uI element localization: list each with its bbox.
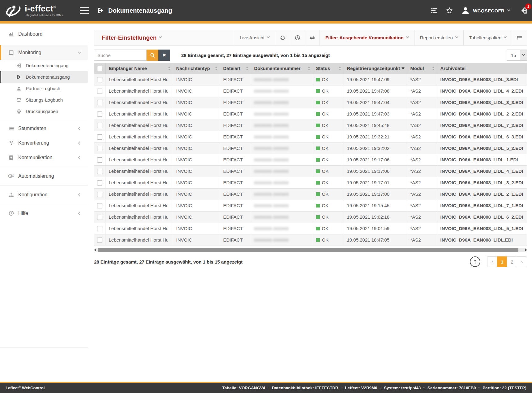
search-button[interactable] [147,50,158,61]
clock-icon[interactable] [290,30,305,45]
sidebar-item-label: Konvertierung [18,140,49,146]
sidebar-item-dokumenteneingang[interactable]: Dokumenteneingang [0,60,88,71]
sort-icon[interactable] [308,67,310,70]
row-checkbox[interactable] [97,77,102,82]
table-row[interactable]: Lebensmittelhandel Horst Hu INVOIC EDIFA… [94,154,527,165]
column-header-modul[interactable]: Modul [407,63,437,74]
table-row[interactable]: Lebensmittelhandel Horst Hu INVOIC EDIFA… [94,131,527,142]
row-checkbox-cell [94,223,105,234]
footer-separator: :: [377,386,384,390]
row-checkbox[interactable] [97,238,102,243]
sidebar-item-label: Dokumenteneingang [26,63,68,68]
table-row[interactable]: Lebensmittelhandel Horst Hu INVOIC EDIFA… [94,120,527,131]
row-checkbox[interactable] [97,146,102,151]
scroll-left-arrow[interactable] [94,248,96,251]
table-row[interactable]: Lebensmittelhandel Horst Hu INVOIC EDIFA… [94,97,527,108]
row-checkbox[interactable] [97,111,102,117]
status-ok-icon [316,101,320,104]
live-view-button[interactable]: Live Ansicht [234,30,275,45]
cell-dateiart: EDIFACT [220,142,251,154]
table-row[interactable]: Lebensmittelhandel Horst Hu INVOIC EDIFA… [94,108,527,120]
sidebar-item-monitoring[interactable]: Monitoring [0,45,88,60]
page-size-select[interactable]: 15 [507,50,527,61]
sort-icon[interactable] [432,67,435,70]
table-row[interactable]: Lebensmittelhandel Horst Hu INVOIC EDIFA… [94,188,527,200]
row-checkbox[interactable] [97,180,102,186]
column-header-dateiart[interactable]: Dateiart [220,63,251,74]
row-checkbox[interactable] [97,203,102,208]
notification-badge[interactable]: 1 [525,3,531,10]
sidebar-item-automatisierung[interactable]: ⚙⚙Automatisierung [0,169,88,183]
sidebar-item-druckausgaben[interactable]: Druckausgaben [0,106,88,117]
repeat-icon[interactable] [305,30,320,45]
table-row[interactable]: Lebensmittelhandel Horst Hu INVOIC EDIFA… [94,211,527,223]
page-button-2[interactable]: 2 [507,256,517,267]
column-header-empfaenger[interactable]: Empfänger Name [105,63,173,74]
chevron-left-icon [78,141,81,145]
row-checkbox[interactable] [97,134,102,140]
row-checkbox[interactable] [97,157,102,163]
sidebar-item-dokumentenausgang[interactable]: Dokumentenausgang [0,71,88,83]
footer-segment: System: testfp:443 [384,386,421,390]
table-row[interactable]: Lebensmittelhandel Horst Hu INVOIC EDIFA… [94,200,527,211]
table-row[interactable]: Lebensmittelhandel Horst Hu INVOIC EDIFA… [94,85,527,97]
active-filter-button[interactable]: Filter: Ausgehende Kommunikation [320,30,414,45]
refresh-icon[interactable] [275,30,290,45]
column-header-status[interactable]: Status [313,63,344,74]
column-header-typ[interactable]: Nachrichtentyp [173,63,220,74]
column-label: Archivdatei [440,66,466,71]
row-checkbox[interactable] [97,215,102,220]
sort-icon[interactable] [339,67,341,70]
column-label: Dateiart [223,66,241,71]
clear-search-button[interactable]: ✖ [158,50,170,61]
table-row[interactable]: Lebensmittelhandel Horst Hu INVOIC EDIFA… [94,165,527,177]
sidebar-item-sitzungs-logbuch[interactable]: Sitzungs-Logbuch [0,94,88,106]
sort-icon[interactable] [401,67,405,69]
server-icon[interactable] [431,7,438,14]
sidebar-item-konvertierung[interactable]: Konvertierung [0,136,88,150]
select-all-checkbox[interactable] [97,66,102,71]
sidebar-item-partner-logbuch[interactable]: Partner-Logbuch [0,83,88,94]
sidebar-item-dashboard[interactable]: Dashboard [0,27,88,41]
sidebar-item-konfiguration[interactable]: Konfiguration [0,187,88,202]
filter-settings-button[interactable]: Filter-Einstellungen [94,30,234,45]
sort-icon[interactable] [246,67,248,70]
column-label: Status [316,66,330,71]
row-checkbox[interactable] [97,226,102,231]
cell-modul: *AS2 [407,154,437,165]
scroll-to-top-button[interactable] [470,256,480,267]
scrollbar-track[interactable] [97,248,525,252]
sidebar-item-hilfe[interactable]: ?Hilfe [0,206,88,221]
table-columns-button[interactable]: Tabellenspalten [463,30,512,45]
sort-icon[interactable] [168,67,170,70]
sort-icon[interactable] [215,67,217,70]
row-checkbox[interactable] [97,100,102,105]
table-row[interactable]: Lebensmittelhandel Horst Hu INVOIC EDIFA… [94,142,527,154]
column-header-doknr[interactable]: Dokumentennummer [251,63,313,74]
table-row[interactable]: Lebensmittelhandel Horst Hu INVOIC EDIFA… [94,234,527,246]
menu-toggle-button[interactable] [80,7,89,14]
create-report-button[interactable]: Report erstellen [414,30,463,45]
sidebar-item-label: Sitzungs-Logbuch [26,97,63,103]
table-row[interactable]: Lebensmittelhandel Horst Hu INVOIC EDIFA… [94,177,527,188]
scrollbar-thumb[interactable] [98,248,518,252]
next-page-button[interactable]: › [517,256,527,267]
column-header-zeit[interactable]: Registrierungszeitpunkt [344,63,407,74]
page-button-1[interactable]: 1 [497,256,507,267]
list-ul-icon[interactable] [512,30,527,45]
sidebar-item-stammdaten[interactable]: Stammdaten [0,121,88,136]
user-menu[interactable]: WCQSECOFR [461,6,510,15]
row-checkbox[interactable] [97,123,102,128]
table-row[interactable]: Lebensmittelhandel Horst Hu INVOIC EDIFA… [94,74,527,85]
star-icon[interactable] [446,7,453,14]
row-checkbox[interactable] [97,169,102,174]
sidebar-item-kommunikation[interactable]: Kommunikation [0,150,88,165]
table-row[interactable]: Lebensmittelhandel Horst Hu INVOIC EDIFA… [94,223,527,234]
cell-modul: *AS2 [407,142,437,154]
row-checkbox[interactable] [97,89,102,94]
prev-page-button[interactable]: ‹ [487,256,497,267]
row-checkbox[interactable] [97,192,102,197]
status-ok-icon [316,146,320,150]
search-input[interactable] [94,50,147,61]
scroll-right-arrow[interactable] [525,248,527,251]
